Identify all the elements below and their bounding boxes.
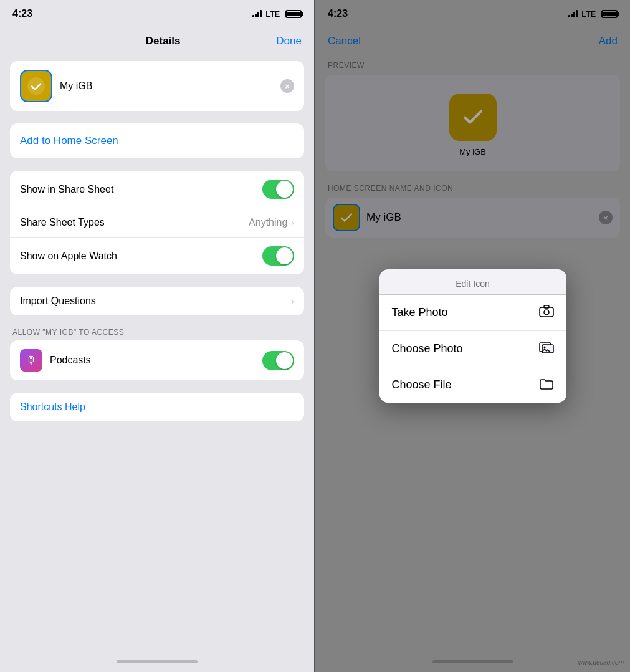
import-chevron-icon: › [291,296,294,306]
share-sheet-types-value: Anything › [249,217,294,228]
apple-watch-label: Show on Apple Watch [20,251,117,262]
left-panel: 4:23 LTE Details Done [0,0,314,672]
edit-icon-modal: Edit Icon Take Photo Choose Photo [379,269,566,403]
show-in-share-sheet-row: Show in Share Sheet [10,171,304,208]
podcasts-left: 🎙 Podcasts [20,349,91,372]
left-status-bar: 4:23 LTE [0,0,314,27]
shortcuts-help-card[interactable]: Shortcuts Help [10,393,304,421]
import-questions-row[interactable]: Import Questions › [10,287,304,315]
signal-bars-icon [252,10,262,17]
left-time: 4:23 [12,8,32,19]
take-photo-row[interactable]: Take Photo [379,295,566,331]
left-content: My iGB × Add to Home Screen Show in Shar… [0,55,314,651]
settings-card: Show in Share Sheet Share Sheet Types An… [10,171,304,274]
svg-rect-5 [542,345,553,353]
share-sheet-types-label: Share Sheet Types [20,217,105,228]
show-share-sheet-toggle[interactable] [262,180,294,199]
svg-point-6 [543,346,545,348]
add-home-screen-button[interactable]: Add to Home Screen [10,123,304,158]
left-nav-bar: Details Done [0,27,314,55]
choose-file-row[interactable]: Choose File [379,367,566,403]
lte-label: LTE [265,9,280,19]
app-icon [20,70,52,102]
podcasts-toggle[interactable] [262,351,294,370]
left-nav-title: Details [146,35,181,47]
chevron-right-icon: › [291,218,294,228]
podcasts-label: Podcasts [50,355,91,366]
choose-file-label: Choose File [392,378,452,391]
left-home-indicator [0,651,314,672]
home-bar [117,660,198,663]
svg-rect-3 [544,305,549,308]
shortcuts-help-label: Shortcuts Help [20,401,85,412]
left-status-icons: LTE [252,9,302,19]
app-name-label: My iGB [60,80,92,92]
import-questions-label: Import Questions [20,295,96,307]
allow-section-heading: ALLOW "MY IGB" TO ACCESS [10,328,304,337]
camera-icon [539,305,554,320]
podcasts-icon: 🎙 [20,349,42,372]
app-row-left: My iGB [20,70,92,102]
app-row-card: My iGB × [10,61,304,111]
checkmark-icon [27,77,45,95]
choose-photo-row[interactable]: Choose Photo [379,331,566,367]
modal-title-row: Edit Icon [379,269,566,294]
modal-title: Edit Icon [456,279,489,289]
done-button[interactable]: Done [276,35,302,47]
take-photo-label: Take Photo [392,306,448,319]
battery-icon [285,10,302,18]
add-home-text: Add to Home Screen [20,135,118,146]
share-sheet-types-row[interactable]: Share Sheet Types Anything › [10,208,304,238]
show-share-sheet-label: Show in Share Sheet [20,184,113,195]
modal-overlay[interactable]: Edit Icon Take Photo Choose Photo [315,0,630,672]
folder-icon [539,377,554,393]
podcasts-row: 🎙 Podcasts [10,340,304,380]
photo-library-icon [539,341,554,357]
right-panel: 4:23 LTE Cancel Add PREVIEW [315,0,630,672]
svg-point-0 [27,77,45,95]
svg-point-2 [544,310,549,315]
choose-photo-label: Choose Photo [392,342,463,355]
app-close-button[interactable]: × [280,79,294,93]
apple-watch-toggle[interactable] [262,246,294,266]
show-on-apple-watch-row: Show on Apple Watch [10,238,304,274]
